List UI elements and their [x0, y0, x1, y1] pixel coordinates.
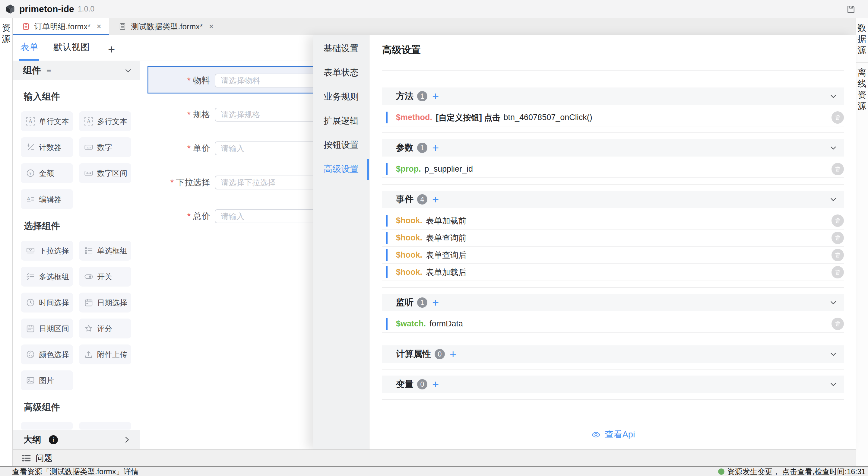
view-api-link[interactable]: 查看Api [382, 429, 844, 441]
component-item[interactable]: A编辑器 [21, 189, 73, 209]
add-icon[interactable]: + [432, 143, 439, 152]
section-header[interactable]: 方法1+ [382, 87, 844, 105]
delete-button[interactable] [832, 214, 844, 227]
divider [382, 70, 844, 70]
delete-button[interactable] [832, 266, 844, 278]
binding-row[interactable]: $watch.formData [382, 316, 844, 333]
view-tab-1[interactable]: 表单 [19, 41, 39, 61]
amount-icon: ¥ [26, 168, 35, 178]
component-item[interactable]: 日期选择 [79, 293, 131, 313]
field-placeholder: 请选择物料 [221, 76, 260, 86]
view-tab-2[interactable]: 默认视图 [53, 41, 91, 61]
file-tab-1[interactable]: 订单明细.formx*× [13, 18, 109, 35]
add-view-button[interactable]: + [106, 43, 117, 61]
status-right[interactable]: 资源发生变更， 点击查看,检查时间:16:31 [718, 467, 866, 476]
component-item[interactable]: 多选框组 [21, 267, 73, 287]
datasource-rail-label[interactable]: 数据源 [858, 22, 867, 56]
binding-row[interactable]: $prop.p_supplier_id [382, 161, 844, 178]
component-item[interactable]: A单行文本 [21, 111, 73, 131]
form-file-icon [22, 22, 30, 31]
chevron-down-icon[interactable] [124, 66, 133, 75]
outline-row[interactable]: 大纲 i [13, 430, 140, 449]
binding-row[interactable]: $hook.表单查询前 [382, 230, 844, 247]
datasource-rail-item[interactable]: 数据源 [856, 22, 868, 63]
settings-menu-item-3[interactable]: 业务规则 [313, 85, 369, 109]
binding-target: [自定义按钮] 点击 [436, 112, 500, 123]
section-header[interactable]: 监听1+ [382, 294, 844, 311]
binding-row[interactable]: $hook.表单加载前 [382, 212, 844, 230]
component-item[interactable]: 数字区间 [79, 163, 131, 183]
component-item[interactable]: ¥金额 [21, 163, 73, 183]
component-item[interactable]: 附件上传 [79, 345, 131, 364]
resource-rail-label[interactable]: 资源 [2, 22, 11, 44]
component-item[interactable]: 单选框组 [79, 241, 131, 261]
binding-row[interactable]: $hook.表单查询后 [382, 247, 844, 264]
chevron-down-icon[interactable] [829, 380, 838, 389]
chevron-down-icon[interactable] [829, 350, 838, 359]
problems-bar[interactable]: 问题 [13, 449, 856, 466]
file-tab-2[interactable]: 测试数据类型.formx*× [109, 18, 221, 35]
components-panel-title: 组件 [23, 64, 41, 77]
file-tab-label: 订单明细.formx* [34, 22, 91, 32]
settings-menu-item-5[interactable]: 按钮设置 [313, 133, 369, 157]
component-item-label: 下拉选择 [39, 246, 69, 256]
component-item-partial[interactable] [79, 422, 131, 429]
section-header[interactable]: 变量0+ [382, 376, 844, 393]
chevron-down-icon[interactable] [829, 195, 838, 204]
section-header[interactable]: 参数1+ [382, 139, 844, 156]
chevron-down-icon[interactable] [829, 92, 838, 101]
component-item[interactable]: 图片 [21, 370, 73, 390]
status-left-text[interactable]: 查看资源「测试数据类型.formx」详情 [12, 467, 138, 476]
save-icon[interactable] [846, 4, 856, 14]
required-asterisk: * [187, 110, 191, 119]
component-item[interactable]: 时间选择 [21, 293, 73, 313]
binding-value: 表单查询前 [426, 233, 467, 243]
offline-resource-rail-label[interactable]: 离线资源 [858, 67, 867, 112]
component-item[interactable]: 开关 [79, 267, 131, 287]
form-file-icon [118, 22, 127, 31]
add-icon[interactable]: + [432, 195, 439, 204]
settings-menu-item-1[interactable]: 基础设置 [313, 36, 369, 61]
info-icon[interactable]: i [49, 435, 58, 444]
settings-menu-item-2[interactable]: 表单状态 [313, 61, 369, 85]
component-item-label: 金额 [39, 168, 54, 178]
delete-button[interactable] [832, 232, 844, 244]
binding-row[interactable]: $method.[自定义按钮] 点击btn_46078507_onClick() [382, 109, 844, 126]
offline-resource-rail-item[interactable]: 离线资源 [856, 67, 868, 118]
delete-button[interactable] [832, 318, 844, 330]
section-title: 变量 [396, 378, 413, 390]
component-item[interactable]: A多行文本 [79, 111, 131, 131]
section-header[interactable]: 计算属性0+ [382, 346, 844, 363]
binding-value: btn_46078507_onClick() [504, 113, 592, 122]
svg-text:123: 123 [87, 146, 91, 149]
add-icon[interactable]: + [432, 92, 439, 101]
delete-button[interactable] [832, 163, 844, 175]
section-header[interactable]: 事件4+ [382, 191, 844, 208]
component-item[interactable]: 日期区间 [21, 319, 73, 338]
binding-row[interactable]: $hook.表单加载后 [382, 264, 844, 281]
delete-button[interactable] [832, 249, 844, 261]
eye-icon [591, 430, 601, 440]
chevron-right-icon[interactable] [122, 435, 131, 444]
add-icon[interactable]: + [432, 298, 439, 307]
delete-button[interactable] [832, 111, 844, 124]
settings-menu-item-6[interactable]: 高级设置 [313, 157, 369, 181]
field-label: *总价 [140, 211, 210, 222]
component-item-label: 日期区间 [39, 324, 69, 334]
component-item[interactable]: 评分 [79, 319, 131, 338]
component-item[interactable]: 颜色选择 [21, 345, 73, 364]
chevron-down-icon[interactable] [829, 143, 838, 152]
close-icon[interactable]: × [96, 22, 101, 31]
image-icon [26, 376, 35, 385]
add-icon[interactable]: + [450, 350, 456, 359]
components-list: 输入组件A单行文本A多行文本计数器123数字¥金额数字区间A编辑器选择组件下拉选… [13, 80, 140, 429]
component-item-partial[interactable] [21, 422, 73, 429]
close-icon[interactable]: × [209, 22, 214, 31]
resource-rail[interactable]: 资源 [0, 18, 13, 466]
settings-menu-item-4[interactable]: 扩展逻辑 [313, 109, 369, 133]
component-item[interactable]: 123数字 [79, 137, 131, 157]
component-item[interactable]: 下拉选择 [21, 241, 73, 261]
chevron-down-icon[interactable] [829, 298, 838, 307]
add-icon[interactable]: + [432, 380, 439, 389]
component-item[interactable]: 计数器 [21, 137, 73, 157]
